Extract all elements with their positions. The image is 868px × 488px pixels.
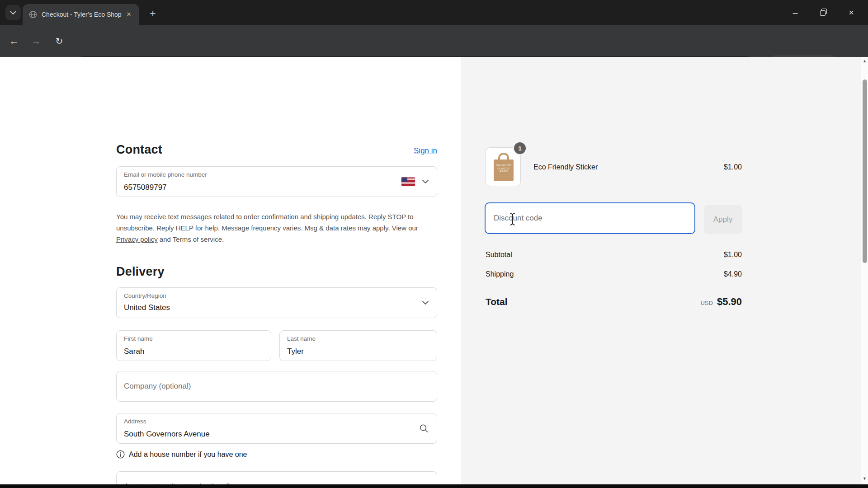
company-input[interactable] — [124, 371, 426, 401]
sign-in-link-wrap: Sign in — [116, 146, 437, 155]
chevron-down-icon[interactable] — [422, 180, 429, 183]
total-currency: USD — [700, 300, 712, 306]
scroll-down-arrow[interactable]: ▼ — [861, 476, 868, 481]
first-name-field[interactable]: First name — [116, 330, 271, 361]
discount-code-input[interactable] — [493, 203, 687, 233]
company-field[interactable] — [116, 371, 437, 402]
address-label: Address — [124, 418, 146, 425]
address-input[interactable] — [124, 430, 411, 439]
shipping-row: Shipping $4.90 — [486, 270, 742, 278]
scrollbar-thumb[interactable] — [863, 80, 867, 263]
apply-discount-button[interactable]: Apply — [704, 205, 742, 234]
product-thumbnail: SAY NO TO PLASTIC BAGS 1 — [486, 147, 521, 186]
item-name: Eco Friendly Sticker — [533, 163, 598, 171]
browser-toolbar: ← → ↻ jy63jq-dc.myshopify.com/checkouts/… — [0, 25, 868, 57]
tab-title: Checkout - Tyler’s Eco Shop — [42, 11, 124, 18]
total-amount: USD $5.90 — [700, 296, 742, 308]
country-select-value: United States — [124, 303, 170, 312]
country-select[interactable]: Country/Region United States — [116, 287, 437, 318]
page-scrollbar[interactable]: ▲ ▼ — [861, 57, 868, 484]
address-field[interactable]: Address — [116, 413, 437, 444]
reload-button[interactable]: ↻ — [49, 25, 69, 57]
forward-button[interactable]: → — [26, 25, 46, 57]
last-name-label: Last name — [287, 335, 316, 342]
total-row: Total USD $5.90 — [486, 296, 742, 308]
last-name-field[interactable]: Last name — [279, 330, 437, 361]
country-select-label: Country/Region — [124, 292, 166, 299]
sign-in-link[interactable]: Sign in — [414, 146, 437, 155]
globe-favicon-icon — [29, 10, 37, 19]
sms-text-2: and Terms of service. — [158, 235, 224, 243]
chevron-down-icon — [10, 11, 16, 15]
first-name-input[interactable] — [124, 347, 245, 356]
discount-code-field[interactable] — [485, 202, 695, 234]
line-item-row: Eco Friendly Sticker $1.00 — [533, 163, 742, 171]
privacy-policy-link[interactable]: Privacy policy — [116, 235, 158, 243]
address-hint: Add a house number if you have one — [116, 450, 247, 459]
subtotal-value: $1.00 — [724, 251, 742, 259]
chevron-down-icon — [422, 301, 429, 305]
first-name-label: First name — [124, 335, 153, 342]
sms-disclaimer: You may receive text messages related to… — [116, 211, 440, 245]
subtotal-label: Subtotal — [486, 251, 512, 259]
search-icon — [419, 424, 429, 433]
delivery-heading: Delivery — [116, 265, 165, 279]
us-flag-icon — [401, 178, 415, 186]
total-label: Total — [486, 296, 508, 307]
sms-text: You may receive text messages related to… — [116, 213, 418, 232]
info-icon — [116, 450, 125, 459]
tote-bag-print-text: SAY NO TO PLASTIC BAGS — [494, 160, 514, 173]
new-tab-button[interactable]: + — [146, 6, 160, 21]
email-input[interactable] — [124, 183, 411, 192]
close-window-button[interactable]: × — [837, 0, 865, 25]
shipping-label: Shipping — [486, 270, 514, 278]
scroll-up-arrow[interactable]: ▲ — [861, 59, 868, 63]
tab-close-icon[interactable]: × — [124, 9, 134, 19]
checkout-page: Contact Sign in Email or mobile phone nu… — [0, 57, 868, 484]
last-name-input[interactable] — [287, 347, 411, 356]
tab-search-button[interactable] — [5, 5, 21, 20]
subtotal-row: Subtotal $1.00 — [486, 251, 742, 259]
restore-button[interactable] — [809, 0, 837, 25]
email-field-label: Email or mobile phone number — [124, 171, 207, 178]
text-cursor-pointer — [509, 212, 516, 226]
minimize-button[interactable]: – — [781, 0, 809, 25]
quantity-badge: 1 — [513, 141, 527, 155]
window-bottom-edge — [0, 484, 868, 488]
tab-strip: Checkout - Tyler’s Eco Shop × + – × — [0, 0, 868, 25]
address-hint-text: Add a house number if you have one — [129, 450, 247, 459]
total-value: $5.90 — [717, 296, 742, 308]
shipping-value: $4.90 — [724, 270, 742, 278]
item-price: $1.00 — [724, 163, 742, 171]
restore-icon — [820, 9, 826, 16]
browser-tab[interactable]: Checkout - Tyler’s Eco Shop × — [23, 4, 139, 25]
back-button[interactable]: ← — [4, 25, 24, 57]
email-field[interactable]: Email or mobile phone number — [116, 166, 437, 197]
window-controls: – × — [781, 0, 865, 25]
tote-bag-image: SAY NO TO PLASTIC BAGS — [494, 160, 514, 181]
